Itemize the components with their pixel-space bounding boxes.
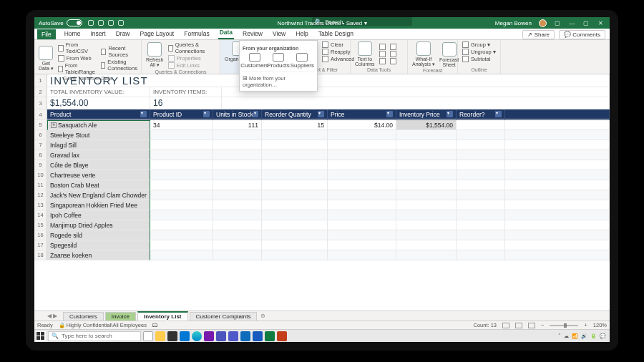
table-row[interactable]: 5+Sasquatch Ale3411115$14.00$1,554.00 xyxy=(34,120,610,130)
row-header[interactable]: 11 xyxy=(34,180,47,190)
cell-product[interactable]: Singaporean Hokkien Fried Mee xyxy=(47,200,150,210)
cell-price[interactable] xyxy=(328,250,396,260)
cell-stock[interactable] xyxy=(213,130,262,140)
cell-product-id[interactable] xyxy=(150,190,213,200)
cell-reorder-qty[interactable] xyxy=(262,220,328,230)
col-inv-price[interactable]: Inventory Price xyxy=(396,109,457,119)
cell-stock[interactable] xyxy=(213,180,262,190)
sheet-tab-customers[interactable]: Customers xyxy=(63,312,104,321)
tab-page-layout[interactable]: Page Layout xyxy=(139,29,176,39)
cell-stock[interactable] xyxy=(213,230,262,240)
tab-data[interactable]: Data xyxy=(218,27,234,39)
sheet-tab-complaints[interactable]: Customer Complaints xyxy=(190,312,258,321)
sheet-nav-prev[interactable]: ◀ xyxy=(47,313,52,319)
cell-stock[interactable] xyxy=(213,250,262,260)
cell-product[interactable]: Boston Crab Meat xyxy=(47,180,150,190)
tab-formulas[interactable]: Formulas xyxy=(182,29,210,39)
cell-product[interactable]: Steeleye Stout xyxy=(47,130,150,140)
minimize-button[interactable]: — xyxy=(568,20,575,26)
table-row[interactable]: 14Ipoh Coffee xyxy=(34,210,610,220)
datatype-products[interactable]: Products xyxy=(267,53,290,69)
cell-reorder-qty[interactable] xyxy=(262,150,328,160)
data-types-dropdown[interactable]: From your organization Customers Product… xyxy=(239,40,318,92)
table-row[interactable]: 18Zaanse koeken xyxy=(34,250,610,260)
cell-product[interactable]: Jack's New England Clam Chowder xyxy=(47,190,150,200)
user-name[interactable]: Megan Bowen xyxy=(495,20,532,26)
cell-product-id[interactable] xyxy=(150,250,213,260)
edit-links[interactable]: Edit Links xyxy=(168,62,215,69)
table-row[interactable]: 10Chartreuse verte xyxy=(34,170,610,180)
table-row[interactable]: 9Côte de Blaye xyxy=(34,160,610,170)
cell-reorder-qty[interactable] xyxy=(262,190,328,200)
cell-price[interactable] xyxy=(328,240,396,250)
cell-price[interactable] xyxy=(328,170,396,180)
normal-view-button[interactable] xyxy=(502,323,509,328)
cell-reorder[interactable] xyxy=(457,150,505,160)
toggle-pill-icon[interactable] xyxy=(67,19,82,26)
cell-stock[interactable]: 111 xyxy=(213,120,262,130)
inv-items-value[interactable]: 16 xyxy=(150,97,222,109)
col-product-id[interactable]: Product ID xyxy=(150,109,213,119)
row-header[interactable]: 9 xyxy=(34,160,47,170)
cell-reorder-qty[interactable] xyxy=(262,180,328,190)
row-header[interactable]: 5 xyxy=(34,120,47,130)
cell-product-id[interactable] xyxy=(150,210,213,220)
cell-product-id[interactable]: 34 xyxy=(150,120,213,130)
col-price[interactable]: Price xyxy=(328,109,396,119)
zoom-out[interactable]: − xyxy=(541,322,544,328)
word-icon[interactable] xyxy=(253,331,263,341)
cell-inv-price[interactable] xyxy=(396,240,457,250)
page-break-button[interactable] xyxy=(528,323,535,328)
cell-product[interactable]: Inlagd Sill xyxy=(47,140,150,150)
row-header[interactable]: 2 xyxy=(34,87,47,97)
store-icon[interactable] xyxy=(167,331,177,341)
cell-stock[interactable] xyxy=(213,240,262,250)
cell-inv-price[interactable] xyxy=(396,190,457,200)
sensitivity-label[interactable]: 🔒 Highly Confidential\All Employees xyxy=(59,322,147,328)
excel-icon[interactable] xyxy=(265,331,275,341)
row-header[interactable]: 17 xyxy=(34,240,47,250)
tray-up-icon[interactable]: ˄ xyxy=(558,333,561,339)
cell-product-id[interactable] xyxy=(150,130,213,140)
autosave-toggle[interactable]: AutoSave xyxy=(39,19,82,26)
row-header[interactable]: 8 xyxy=(34,150,47,160)
avatar-icon[interactable] xyxy=(539,19,547,27)
share-button[interactable]: ↗ Share xyxy=(522,30,555,39)
cell-price[interactable] xyxy=(328,180,396,190)
cell-product[interactable]: Gravad lax xyxy=(47,150,150,160)
cell-reorder[interactable] xyxy=(457,250,505,260)
cell-reorder-qty[interactable] xyxy=(262,210,328,220)
cell-reorder-qty[interactable]: 15 xyxy=(262,120,328,130)
zoom-slider[interactable] xyxy=(550,325,578,326)
cell-reorder[interactable] xyxy=(457,180,505,190)
cell-reorder[interactable] xyxy=(457,170,505,180)
tab-view[interactable]: View xyxy=(271,29,287,39)
cell-reorder[interactable] xyxy=(457,160,505,170)
forecast-sheet-button[interactable]: Forecast Sheet xyxy=(439,42,459,67)
file-title[interactable]: Northwind Traders Demo • Saved ▾ xyxy=(277,20,366,26)
cell-price[interactable] xyxy=(328,150,396,160)
cell-price[interactable] xyxy=(328,230,396,240)
row-header[interactable]: 6 xyxy=(34,130,47,140)
table-row[interactable]: 7Inlagd Sill xyxy=(34,140,610,150)
group-rows[interactable]: Group ▾ xyxy=(462,41,496,48)
table-row[interactable]: 17Spegesild xyxy=(34,240,610,250)
cell-stock[interactable] xyxy=(213,140,262,150)
cell-product[interactable]: Ipoh Coffee xyxy=(47,210,150,220)
cell-stock[interactable] xyxy=(213,210,262,220)
system-tray[interactable]: ˄ ☁ 📶 🔊 🔋 💬 xyxy=(558,333,608,339)
subtotal[interactable]: Subtotal xyxy=(462,56,496,62)
page-layout-button[interactable] xyxy=(515,323,522,328)
ribbon-display-button[interactable]: ▢ xyxy=(554,20,561,26)
todo-icon[interactable] xyxy=(228,331,238,341)
row-header[interactable]: 3 xyxy=(34,97,47,109)
onenote-icon[interactable] xyxy=(204,331,214,341)
outlook-icon[interactable] xyxy=(240,331,250,341)
reapply-filter[interactable]: Reapply xyxy=(322,49,354,55)
cell-reorder[interactable] xyxy=(457,230,505,240)
comments-button[interactable]: 💬 Comments xyxy=(559,30,605,39)
col-reorder[interactable]: Reorder? xyxy=(457,109,505,119)
tab-file[interactable]: File xyxy=(37,29,56,39)
cell-price[interactable] xyxy=(328,190,396,200)
add-sheet-button[interactable]: ⊕ xyxy=(258,313,267,319)
